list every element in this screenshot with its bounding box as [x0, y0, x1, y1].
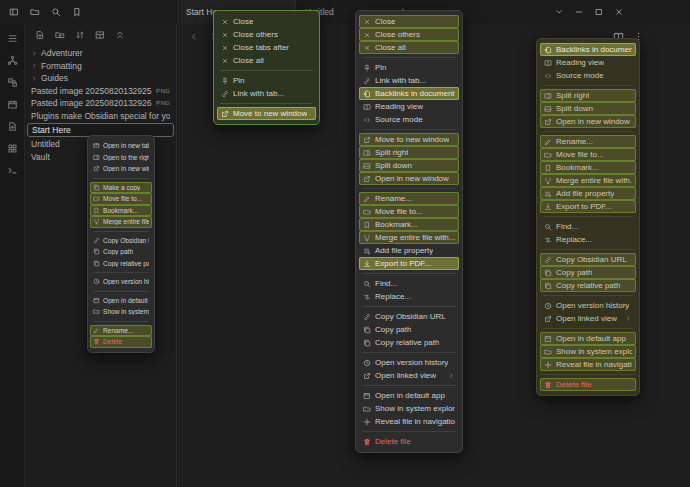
explorer-item-plugins-make-obsidian-special-for-you[interactable]: Plugins make Obsidian special for you [27, 110, 174, 123]
menu-item-find[interactable]: Find... [359, 277, 459, 290]
close-window-button[interactable] [614, 7, 624, 17]
menu-item-link-with-tab[interactable]: Link with tab... [359, 74, 459, 87]
collapse-all-icon[interactable] [115, 30, 125, 40]
explorer-item-pasted-image-20250820132925[interactable]: Pasted image 20250820132925PNG [27, 85, 174, 98]
tab-list-icon[interactable] [554, 7, 564, 17]
menu-item-close-all[interactable]: Close all [359, 41, 459, 54]
explorer-item-pasted-image-20250820132926[interactable]: Pasted image 20250820132926PNG [27, 97, 174, 110]
menu-item-open-in-new-window[interactable]: Open in new window [90, 163, 152, 175]
menu-item-add-file-property[interactable]: Add file property [540, 187, 636, 200]
search-tab-icon[interactable] [51, 7, 61, 17]
menu-item-move-file-to[interactable]: Move file to... [359, 205, 459, 218]
menu-item-close[interactable]: Close [217, 15, 316, 28]
menu-item-source-mode[interactable]: Source mode [540, 69, 636, 82]
menu-item-delete-file[interactable]: Delete file [540, 378, 636, 391]
menu-item-replace[interactable]: Replace... [540, 233, 636, 246]
menu-item-show-in-system-explorer[interactable]: Show in system explorer [540, 345, 636, 358]
menu-item-copy-path[interactable]: Copy path [359, 323, 459, 336]
menu-item-open-in-new-tab[interactable]: Open in new tab [90, 140, 152, 152]
quick-switcher-icon[interactable] [7, 33, 18, 44]
graph-view-icon[interactable] [7, 55, 18, 66]
menu-item-make-a-copy[interactable]: Make a copy [90, 182, 152, 194]
menu-item-copy-path[interactable]: Copy path [540, 266, 636, 279]
menu-item-replace[interactable]: Replace... [359, 290, 459, 303]
menu-item-open-version-history[interactable]: Open version history [359, 356, 459, 369]
menu-item-source-mode[interactable]: Source mode [359, 113, 459, 126]
files-tab-icon[interactable] [30, 7, 40, 17]
sort-order-icon[interactable] [75, 30, 85, 40]
minimize-button[interactable] [574, 7, 584, 17]
daily-note-icon[interactable] [7, 99, 18, 110]
menu-item-reading-view[interactable]: Reading view [540, 56, 636, 69]
menu-item-add-file-property[interactable]: Add file property [359, 244, 459, 257]
menu-item-pin[interactable]: Pin [217, 74, 316, 87]
menu-item-copy-relative-path[interactable]: Copy relative path [540, 279, 636, 292]
menu-item-merge-entire-file-with[interactable]: Merge entire file with... [90, 216, 152, 228]
canvas-icon[interactable] [7, 77, 18, 88]
menu-item-reveal-file-in-navigation[interactable]: Reveal file in navigation [540, 358, 636, 371]
menu-item-open-version-history[interactable]: Open version history [540, 299, 636, 312]
menu-item-open-in-new-window[interactable]: Open in new window [359, 172, 459, 185]
menu-item-move-file-to[interactable]: Move file to... [90, 193, 152, 205]
back-icon[interactable] [188, 31, 199, 42]
menu-item-move-file-to[interactable]: Move file to... [540, 148, 636, 161]
menu-item-copy-relative-path[interactable]: Copy relative path [90, 258, 152, 270]
bookmarks-tab-icon[interactable] [72, 7, 82, 17]
menu-item-merge-entire-file-with[interactable]: Merge entire file with... [359, 231, 459, 244]
menu-item-copy-path[interactable]: Copy path [90, 246, 152, 258]
menu-item-export-to-pdf[interactable]: Export to PDF... [540, 200, 636, 213]
menu-item-open-linked-view[interactable]: Open linked view [359, 369, 459, 382]
menu-item-split-down[interactable]: Split down [540, 102, 636, 115]
menu-item-pin[interactable]: Pin [359, 61, 459, 74]
menu-item-find[interactable]: Find... [540, 220, 636, 233]
explorer-item-adventurer[interactable]: Adventurer [27, 47, 174, 60]
menu-item-close-all[interactable]: Close all [217, 54, 316, 67]
menu-item-open-linked-view[interactable]: Open linked view [540, 312, 636, 325]
menu-item-open-version-history[interactable]: Open version history [90, 276, 152, 288]
menu-item-move-to-new-window[interactable]: Move to new window [217, 107, 316, 120]
menu-item-copy-relative-path[interactable]: Copy relative path [359, 336, 459, 349]
menu-item-reading-view[interactable]: Reading view [359, 100, 459, 113]
terminal-icon[interactable] [7, 165, 18, 176]
menu-item-close-tabs-after[interactable]: Close tabs after [217, 41, 316, 54]
menu-item-rename[interactable]: Rename... [359, 192, 459, 205]
menu-item-open-to-the-right[interactable]: Open to the right [90, 152, 152, 164]
menu-item-bookmark[interactable]: Bookmark... [540, 161, 636, 174]
menu-item-rename[interactable]: Rename... [540, 135, 636, 148]
menu-item-open-in-new-window[interactable]: Open in new window [540, 115, 636, 128]
menu-item-split-right[interactable]: Split right [359, 146, 459, 159]
menu-item-copy-obsidian-url[interactable]: Copy Obsidian URL [540, 253, 636, 266]
community-plugins-icon[interactable] [7, 143, 18, 154]
menu-item-copy-obsidian-url[interactable]: Copy Obsidian URL [90, 235, 152, 247]
new-note-icon[interactable] [35, 30, 45, 40]
change-layout-icon[interactable] [95, 30, 105, 40]
menu-item-rename[interactable]: Rename... [90, 325, 152, 337]
menu-item-open-in-default-app[interactable]: Open in default app [90, 295, 152, 307]
templates-icon[interactable] [7, 121, 18, 132]
menu-item-close-others[interactable]: Close others [217, 28, 316, 41]
menu-item-bookmark[interactable]: Bookmark... [90, 205, 152, 217]
explorer-item-guides[interactable]: Guides [27, 72, 174, 85]
menu-item-backlinks-in-document[interactable]: Backlinks in document [540, 43, 636, 56]
left-sidebar-toggle-icon[interactable] [9, 7, 19, 17]
menu-item-show-in-system-explorer[interactable]: Show in system explorer [90, 306, 152, 318]
menu-item-close-others[interactable]: Close others [359, 28, 459, 41]
menu-item-copy-obsidian-url[interactable]: Copy Obsidian URL [359, 310, 459, 323]
menu-item-show-in-system-explorer[interactable]: Show in system explorer [359, 402, 459, 415]
menu-item-delete[interactable]: Delete [90, 336, 152, 348]
menu-item-link-with-tab[interactable]: Link with tab... [217, 87, 316, 100]
menu-item-merge-entire-file-with[interactable]: Merge entire file with... [540, 174, 636, 187]
menu-item-reveal-file-in-navigation[interactable]: Reveal file in navigation [359, 415, 459, 428]
menu-item-bookmark[interactable]: Bookmark... [359, 218, 459, 231]
new-folder-icon[interactable] [55, 30, 65, 40]
menu-item-export-to-pdf[interactable]: Export to PDF... [359, 257, 459, 270]
menu-item-open-in-default-app[interactable]: Open in default app [359, 389, 459, 402]
menu-item-close[interactable]: Close [359, 15, 459, 28]
menu-item-split-right[interactable]: Split right [540, 89, 636, 102]
menu-item-delete-file[interactable]: Delete file [359, 435, 459, 448]
menu-item-open-in-default-app[interactable]: Open in default app [540, 332, 636, 345]
menu-item-move-to-new-window[interactable]: Move to new window [359, 133, 459, 146]
menu-item-split-down[interactable]: Split down [359, 159, 459, 172]
explorer-item-formatting[interactable]: Formatting [27, 60, 174, 73]
menu-item-backlinks-in-document[interactable]: Backlinks in document [359, 87, 459, 100]
